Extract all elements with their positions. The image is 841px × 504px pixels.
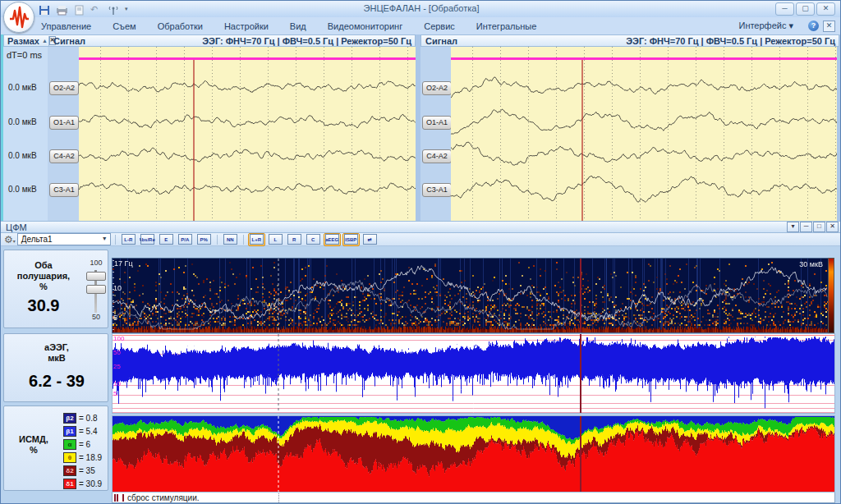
legend-row-δ2: δ2= 35 (63, 465, 95, 476)
channel-button-C4-A2[interactable]: C4-A2 (49, 149, 79, 163)
menu-interface[interactable]: Интерфейс ▾ (728, 18, 804, 34)
ismd-panel: ИСМД, % β2= 0.8β1= 5.4α= 6θ= 18.9δ2= 35δ… (3, 405, 108, 491)
annotation-text: сброс стимуляции. (127, 493, 200, 502)
eeg-chart-left[interactable] (79, 47, 416, 221)
ismd-stacked-chart[interactable] (112, 415, 835, 493)
matrix-right-toggle[interactable]: R (286, 233, 303, 246)
channel-amplitude: 0.0 мкВ (8, 151, 37, 160)
spectrogram-freq-label: 17 Гц (114, 259, 133, 268)
ismd-label: ИСМД, % (4, 434, 63, 456)
legend-value: = 5.4 (79, 427, 98, 436)
sort-arrow-icon[interactable]: ▲ (42, 38, 48, 44)
menu-item-1[interactable]: Съем (102, 19, 147, 34)
power-amplitude-icon[interactable]: P/A (177, 233, 194, 246)
compare-views-icon[interactable]: ⇄ (361, 233, 379, 246)
signal-column-header: Сигнал (49, 36, 85, 46)
sphere-map-toggle[interactable]: C (305, 233, 322, 246)
aeeg-scale-10: 10 (113, 380, 121, 387)
eeg-right-header: Сигнал ЭЭГ: ФНЧ=70 Гц | ФВЧ=0.5 Гц | Реж… (420, 34, 839, 47)
legend-badge-δ2: δ2 (63, 465, 76, 476)
channel-button-C4-A2[interactable]: C4-A2 (422, 149, 452, 163)
hemisphere-lr-icon[interactable]: L-R (120, 233, 137, 246)
abs-rel-icon[interactable]: Abs/Rel (139, 233, 156, 246)
menu-item-4[interactable]: Вид (279, 19, 317, 34)
window-controls: ─ ▢ ✕ (775, 2, 835, 16)
channel-button-O2-A2[interactable]: O2-A2 (422, 81, 452, 95)
trend-lr-toggle[interactable]: L+R (248, 233, 265, 246)
close-button[interactable]: ✕ (816, 2, 835, 16)
cfm-close-button[interactable]: ✕ (826, 222, 839, 232)
aeeg-scale-100: 100 (113, 335, 124, 342)
legend-badge-θ: θ (63, 452, 76, 463)
channel-button-C3-A1[interactable]: C3-A1 (49, 183, 79, 197)
cfm-title: ЦФМ (1, 222, 27, 232)
threshold-slider-thumb-upper[interactable] (86, 272, 106, 281)
eeg-section: Размах ▲ ✕ Сигнал ЭЭГ: ФНЧ=70 Гц | ФВЧ=0… (1, 34, 841, 221)
spectrogram-amp-label: 30 мкВ (744, 260, 823, 268)
matrix-left-toggle[interactable]: L (267, 233, 284, 246)
menu-item-6[interactable]: Сервис (413, 19, 466, 34)
aeeg-scale-25: 25 (113, 363, 121, 370)
application-window: ↶ ▾ ЭНЦЕФАЛАН - [Обработка] ─ ▢ ✕ Управл… (0, 0, 841, 504)
aeeg-label: аЭЭГ, мкВ (4, 342, 109, 364)
eeg-filter-info-right: ЭЭГ: ФНЧ=70 Гц | ФВЧ=0.5 Гц | Режектор=5… (626, 36, 839, 46)
spectrogram-chart[interactable] (112, 258, 829, 333)
aeeg-toggle[interactable]: aEEG (324, 233, 341, 246)
help-icon[interactable]: ? (808, 21, 819, 31)
menu-item-2[interactable]: Обработки (147, 19, 214, 34)
legend-value: = 18.9 (79, 453, 102, 462)
slider-min-label: 50 (86, 313, 106, 321)
isbp-toggle[interactable]: ISBP (342, 233, 360, 246)
legend-row-δ1: δ1= 30.9 (63, 479, 102, 489)
channel-button-O1-A1[interactable]: O1-A1 (49, 116, 79, 130)
cfm-minimize-button[interactable]: ─ (800, 222, 812, 232)
amplitude-column: dT=0 ms 0.0 мкВ0.0 мкВ0.0 мкВ0.0 мкВ (3, 47, 48, 221)
cfm-title-bar: ЦФМ ▾ ─ □ ✕ (1, 221, 841, 233)
hemispheres-label: Оба полушария, % (6, 260, 81, 292)
eeg-filter-info: ЭЭГ: ФНЧ=70 Гц | ФВЧ=0.5 Гц | Режектор=5… (202, 36, 415, 46)
menu-item-3[interactable]: Настройки (214, 19, 279, 34)
scale-settings-icon[interactable]: E (158, 233, 175, 246)
power-percent-icon[interactable]: P% (195, 233, 213, 246)
range-column-header[interactable]: Размах ▲ ✕ (4, 36, 49, 46)
channel-button-O1-A1[interactable]: O1-A1 (422, 116, 452, 130)
cfm-toolbar: ⚙▾ Дельта1 ▼ L-RAbs/RelEP/AP%NNL+RLRCaEE… (1, 233, 841, 246)
combo-arrow-icon[interactable]: ▼ (100, 234, 109, 243)
spectrum-lines-icon[interactable]: NN (222, 233, 239, 246)
spectrogram-colorbar (828, 258, 834, 333)
channel-label-column-right: O2-A2O1-A1C4-A2C3-A1 (420, 47, 451, 221)
threshold-slider-thumb-lower[interactable] (86, 285, 106, 294)
menu-close-icon[interactable]: ✕ (823, 21, 835, 32)
aeeg-scale-50: 50 (113, 349, 121, 356)
menu-item-5[interactable]: Видеомониторинг (317, 19, 413, 34)
channel-button-C3-A1[interactable]: C3-A1 (422, 183, 452, 197)
menu-bar: УправлениеСъемОбработкиНастройкиВидВидео… (1, 17, 841, 35)
minimize-button[interactable]: ─ (775, 2, 794, 16)
legend-badge-α: α (63, 439, 76, 450)
channel-amplitude: 0.0 мкВ (8, 117, 37, 126)
legend-row-α: α= 6 (63, 439, 90, 450)
aeeg-trend-chart[interactable] (112, 333, 835, 414)
maximize-button[interactable]: ▢ (796, 2, 815, 16)
gear-icon[interactable]: ⚙▾ (4, 234, 16, 245)
legend-badge-β1: β1 (63, 426, 76, 437)
legend-value: = 6 (79, 440, 90, 449)
window-title: ЭНЦЕФАЛАН - [Обработка] (1, 3, 841, 13)
eeg-chart-right[interactable] (451, 47, 837, 221)
legend-row-β2: β2= 0.8 (63, 413, 98, 424)
aeeg-scale-5: 5 (113, 390, 117, 397)
cfm-restore-button[interactable]: □ (813, 222, 825, 232)
channel-label-column-left: O2-A2O1-A1C4-A2C3-A1 (48, 47, 79, 221)
annotation-strip[interactable]: сброс стимуляции. (112, 492, 835, 503)
channel-button-O2-A2[interactable]: O2-A2 (49, 81, 79, 95)
signal-column-header-right: Сигнал (421, 36, 457, 46)
cfm-menu-arrow-icon[interactable]: ▾ (787, 222, 799, 232)
menu-item-7[interactable]: Интегральные (466, 19, 548, 34)
dt-label: dT=0 ms (7, 50, 42, 60)
legend-row-θ: θ= 18.9 (63, 452, 102, 463)
channel-amplitude: 0.0 мкВ (8, 83, 37, 92)
menu-item-0[interactable]: Управление (30, 19, 102, 34)
legend-value: = 0.8 (79, 414, 98, 423)
rhythm-select[interactable]: Дельта1 ▼ (17, 233, 111, 245)
app-logo-icon (3, 2, 34, 33)
